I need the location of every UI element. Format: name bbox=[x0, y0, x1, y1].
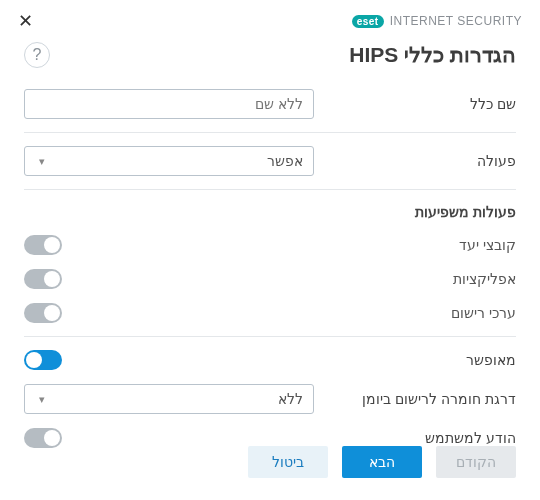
toggle-target-files[interactable] bbox=[24, 235, 62, 255]
action-select[interactable]: ▾ אפשר bbox=[24, 146, 314, 176]
label-target-files: קובצי יעד bbox=[376, 237, 516, 253]
page-title: הגדרות כללי HIPS bbox=[349, 43, 516, 67]
label-enabled: מאופשר bbox=[376, 352, 516, 368]
prev-button: הקודם bbox=[436, 446, 516, 478]
log-severity-select-value: ללא bbox=[45, 391, 303, 407]
footer: הקודם הבא ביטול bbox=[0, 432, 540, 500]
section-affecting-ops: פעולות משפיעות bbox=[24, 196, 516, 228]
label-log-severity: דרגת חומרה לרישום ביומן bbox=[362, 391, 516, 407]
label-applications: אפליקציות bbox=[376, 271, 516, 287]
close-icon[interactable]: ✕ bbox=[18, 10, 33, 32]
brand-badge: eset bbox=[352, 15, 384, 28]
divider bbox=[24, 189, 516, 190]
cancel-button[interactable]: ביטול bbox=[248, 446, 328, 478]
label-registry-values: ערכי רישום bbox=[376, 305, 516, 321]
label-rule-name: שם כלל bbox=[376, 96, 516, 112]
next-button[interactable]: הבא bbox=[342, 446, 422, 478]
toggle-registry-values[interactable] bbox=[24, 303, 62, 323]
rule-name-input[interactable] bbox=[24, 89, 314, 119]
toggle-enabled[interactable] bbox=[24, 350, 62, 370]
toggle-applications[interactable] bbox=[24, 269, 62, 289]
action-select-value: אפשר bbox=[45, 153, 303, 169]
log-severity-select[interactable]: ▾ ללא bbox=[24, 384, 314, 414]
divider bbox=[24, 132, 516, 133]
divider bbox=[24, 336, 516, 337]
brand: eset INTERNET SECURITY bbox=[352, 14, 522, 28]
label-action: פעולה bbox=[376, 153, 516, 169]
help-icon[interactable]: ? bbox=[24, 42, 50, 68]
brand-product: INTERNET SECURITY bbox=[390, 14, 522, 28]
